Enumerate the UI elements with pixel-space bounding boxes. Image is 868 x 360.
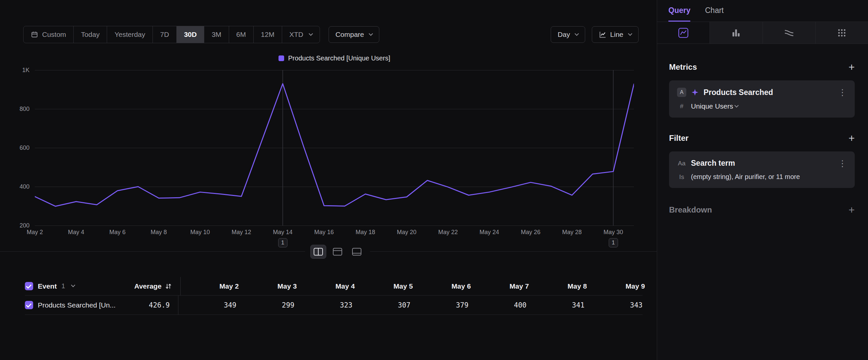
metric-name: Products Searched bbox=[704, 88, 773, 97]
y-axis-label: 800 bbox=[20, 106, 30, 113]
day-value: 379 bbox=[410, 301, 468, 309]
date-range-custom-button[interactable]: Custom bbox=[24, 26, 73, 43]
chevron-down-icon bbox=[734, 103, 739, 108]
breakdown-heading: Breakdown bbox=[669, 205, 712, 215]
annotation-badge[interactable]: 1 bbox=[278, 238, 287, 247]
add-filter-button[interactable]: + bbox=[848, 133, 855, 143]
day-value: 349 bbox=[178, 301, 237, 309]
day-value: 400 bbox=[468, 301, 527, 309]
y-axis-label: 1K bbox=[22, 67, 30, 74]
viz-tab-bar-chart[interactable] bbox=[710, 22, 762, 44]
tab-query[interactable]: Query bbox=[669, 0, 690, 22]
legend-item[interactable]: Products Searched [Unique Users] bbox=[279, 54, 390, 62]
chart-line-svg[interactable] bbox=[35, 70, 634, 225]
legend-label: Products Searched [Unique Users] bbox=[288, 54, 390, 62]
x-axis-label: May 30 bbox=[603, 229, 623, 236]
viz-tab-metric-grid[interactable] bbox=[815, 22, 868, 44]
row-checkbox[interactable] bbox=[25, 301, 33, 309]
compare-button[interactable]: Compare bbox=[329, 26, 379, 43]
layout-toggle-split-button[interactable] bbox=[310, 245, 326, 259]
select-all-checkbox[interactable] bbox=[25, 282, 33, 290]
line-chart-icon bbox=[599, 31, 607, 38]
date-range-30d-button[interactable]: 30D bbox=[176, 26, 204, 43]
day-value: 343 bbox=[585, 301, 643, 309]
chevron-down-icon bbox=[628, 32, 632, 36]
layout-toggle-top-button[interactable] bbox=[330, 245, 345, 259]
x-axis-label: May 28 bbox=[562, 229, 582, 236]
layout-toggle-bottom-button[interactable] bbox=[349, 245, 365, 259]
viz-tab-flows[interactable] bbox=[763, 22, 815, 44]
day-column-header: May 4 bbox=[297, 282, 355, 290]
event-sparkle-icon bbox=[691, 88, 699, 96]
date-range-today-button[interactable]: Today bbox=[73, 26, 107, 43]
x-axis-labels: May 2May 4May 6May 8May 10May 12May 14Ma… bbox=[35, 225, 634, 237]
series-line[interactable] bbox=[35, 84, 634, 206]
date-range-label: XTD bbox=[289, 31, 303, 38]
filter-kebab-menu[interactable]: ⋮ bbox=[838, 159, 847, 168]
add-breakdown-button[interactable]: + bbox=[848, 204, 855, 215]
metric-card[interactable]: A Products Searched ⋮ # Unique Users bbox=[669, 80, 855, 117]
aggregation-symbol: # bbox=[677, 103, 686, 110]
aggregation-dropdown[interactable]: Unique Users bbox=[691, 102, 738, 110]
sort-icon[interactable] bbox=[165, 283, 172, 290]
filter-card[interactable]: Aa Search term ⋮ Is (empty string), Air … bbox=[669, 151, 855, 188]
day-value: 323 bbox=[294, 301, 352, 309]
compare-label: Compare bbox=[336, 31, 364, 38]
aggregation-label: Unique Users bbox=[691, 102, 733, 110]
results-table: Event 1 Average May 2 May 3 May 4 May 5 bbox=[25, 277, 643, 315]
annotation-badge[interactable]: 1 bbox=[609, 238, 618, 247]
metric-grid-icon bbox=[836, 27, 847, 38]
bar-chart-icon bbox=[731, 27, 742, 38]
chevron-down-icon bbox=[369, 32, 373, 36]
chart-plot: 2004006008001K bbox=[35, 70, 634, 225]
x-axis-label: May 24 bbox=[479, 229, 499, 236]
date-range-xtd-button[interactable]: XTD bbox=[282, 26, 320, 43]
granularity-label: Day bbox=[558, 31, 570, 38]
metrics-heading: Metrics bbox=[669, 62, 697, 72]
chart-toolbar: Custom Today Yesterday 7D 30D 3M 6M 12M … bbox=[23, 26, 639, 43]
x-axis-label: May 12 bbox=[232, 229, 251, 236]
metric-kebab-menu[interactable]: ⋮ bbox=[838, 88, 847, 96]
sidebar-tabbar: Query Chart bbox=[657, 0, 868, 22]
filter-operator: Is bbox=[677, 173, 686, 181]
event-header-label[interactable]: Event bbox=[38, 282, 57, 290]
chevron-down-icon bbox=[575, 32, 579, 36]
day-value: 299 bbox=[237, 301, 294, 309]
date-range-label: 12M bbox=[261, 31, 275, 38]
filter-property-name: Search term bbox=[691, 159, 735, 168]
date-range-yesterday-button[interactable]: Yesterday bbox=[107, 26, 153, 43]
x-axis-label: May 16 bbox=[314, 229, 334, 236]
chevron-down-icon[interactable] bbox=[71, 283, 75, 287]
x-axis-label: May 26 bbox=[521, 229, 540, 236]
table-row[interactable]: Products Searched [Un... 426.9 349 299 3… bbox=[25, 296, 643, 315]
tab-chart[interactable]: Chart bbox=[705, 0, 723, 22]
filter-value[interactable]: (empty string), Air purifier, or 11 more bbox=[691, 173, 800, 181]
series-name: Products Searched [Un... bbox=[38, 301, 116, 309]
line-chart-icon bbox=[678, 27, 689, 38]
chevron-down-icon bbox=[309, 32, 313, 36]
date-range-3m-button[interactable]: 3M bbox=[204, 26, 228, 43]
filter-type-badge: Aa bbox=[677, 160, 686, 167]
chart-type-dropdown[interactable]: Line bbox=[592, 26, 639, 43]
day-column-header: May 5 bbox=[355, 282, 413, 290]
event-count: 1 bbox=[61, 282, 65, 290]
date-range-12m-button[interactable]: 12M bbox=[253, 26, 282, 43]
query-sidebar: Query Chart bbox=[657, 0, 868, 360]
x-axis-label: May 6 bbox=[110, 229, 126, 236]
day-column-header: May 3 bbox=[239, 282, 297, 290]
x-axis-label: May 10 bbox=[190, 229, 210, 236]
day-value: 307 bbox=[352, 301, 410, 309]
date-range-label: 3M bbox=[212, 31, 221, 38]
date-range-6m-button[interactable]: 6M bbox=[229, 26, 253, 43]
main-panel: Custom Today Yesterday 7D 30D 3M 6M 12M … bbox=[0, 0, 657, 360]
average-value: 426.9 bbox=[149, 301, 170, 309]
calendar-icon bbox=[31, 31, 38, 38]
viz-tab-line-chart[interactable] bbox=[657, 22, 710, 44]
chart-type-label: Line bbox=[610, 31, 623, 38]
granularity-dropdown[interactable]: Day bbox=[551, 26, 585, 43]
add-metric-button[interactable]: + bbox=[848, 62, 855, 73]
x-axis-label: May 20 bbox=[397, 229, 416, 236]
y-axis-label: 200 bbox=[20, 222, 30, 229]
visualization-tabs bbox=[657, 22, 868, 44]
date-range-7d-button[interactable]: 7D bbox=[153, 26, 176, 43]
